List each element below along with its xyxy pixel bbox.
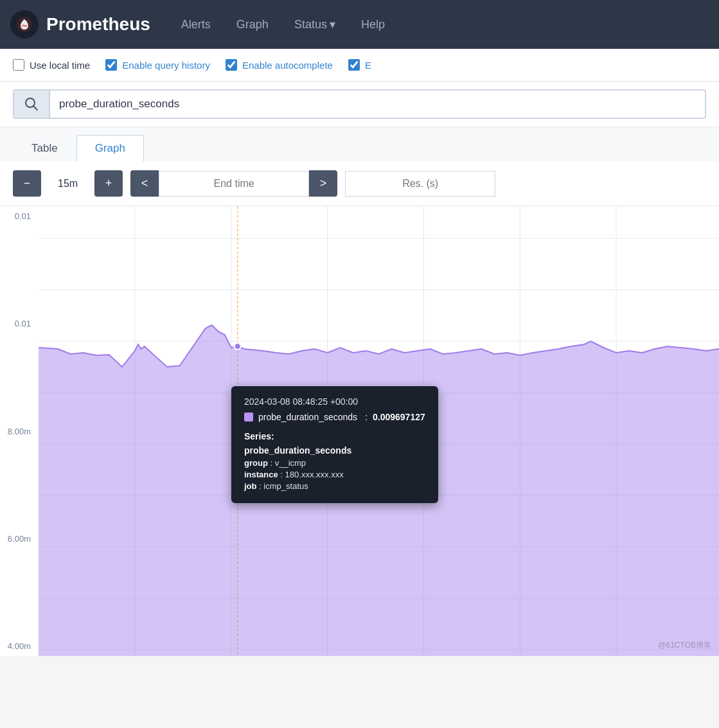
tooltip-group: group : v__icmp <box>244 458 425 468</box>
search-bar <box>0 82 719 127</box>
enable-query-history-label[interactable]: Enable query history <box>105 59 210 71</box>
resolution-input[interactable] <box>345 171 495 197</box>
enable-query-history-checkbox[interactable] <box>105 59 117 71</box>
enable-extra-checkbox[interactable] <box>348 59 360 71</box>
tooltip-metric-name: probe_duration_seconds <box>258 412 357 422</box>
brand-icon <box>10 10 39 39</box>
search-container <box>13 89 706 119</box>
enable-extra-label[interactable]: E <box>348 59 371 71</box>
navbar-nav: Alerts Graph Status ▾ Help <box>171 12 395 37</box>
svg-line-2 <box>34 107 38 111</box>
end-time-input[interactable] <box>159 171 309 197</box>
toolbar: − 15m + < > <box>0 161 719 206</box>
increase-duration-button[interactable]: + <box>94 170 123 197</box>
nav-alerts[interactable]: Alerts <box>171 13 221 37</box>
y-label-8m: 8.00m <box>3 427 36 436</box>
next-time-button[interactable]: > <box>309 170 337 197</box>
tooltip: 2024-03-08 08:48:25 +00:00 probe_duratio… <box>231 386 438 503</box>
y-label-3: 0.01 <box>3 319 36 328</box>
search-button[interactable] <box>14 91 50 118</box>
tabs-container: Table Graph <box>0 127 719 161</box>
y-label-top: 0.01 <box>3 211 36 221</box>
time-nav-group: < > <box>130 170 337 197</box>
nav-graph[interactable]: Graph <box>226 13 279 37</box>
decrease-duration-button[interactable]: − <box>13 170 41 197</box>
search-icon <box>24 97 39 111</box>
tab-table[interactable]: Table <box>13 135 76 161</box>
tooltip-value-row: probe_duration_seconds : 0.009697127 <box>244 412 425 422</box>
prev-time-button[interactable]: < <box>130 170 159 197</box>
chart-canvas[interactable]: 2024-03-08 08:48:25 +00:00 probe_duratio… <box>39 206 719 656</box>
navbar: Prometheus Alerts Graph Status ▾ Help <box>0 0 719 49</box>
brand-title: Prometheus <box>46 14 150 35</box>
graph-area: 0.01 0.01 8.00m 6.00m 4.00m <box>0 206 719 656</box>
tooltip-metric-value: 0.009697127 <box>373 412 425 422</box>
y-label-6m: 6.00m <box>3 534 36 544</box>
watermark: @61CTOB博客 <box>658 640 711 651</box>
use-local-time-checkbox[interactable] <box>13 59 24 71</box>
use-local-time-label[interactable]: Use local time <box>13 59 90 71</box>
nav-status[interactable]: Status ▾ <box>284 12 346 37</box>
nav-help[interactable]: Help <box>351 13 395 37</box>
duration-display: 15m <box>49 172 87 196</box>
tooltip-series-title: Series: <box>244 431 425 441</box>
tooltip-time: 2024-03-08 08:48:25 +00:00 <box>244 396 425 407</box>
enable-autocomplete-label[interactable]: Enable autocomplete <box>226 59 333 71</box>
tooltip-job: job : icmp_status <box>244 481 425 491</box>
y-label-4m: 4.00m <box>3 641 36 651</box>
y-axis: 0.01 0.01 8.00m 6.00m 4.00m <box>0 206 39 656</box>
brand: Prometheus <box>10 10 150 39</box>
chevron-down-icon: ▾ <box>330 17 335 31</box>
tooltip-color-indicator <box>244 413 253 422</box>
enable-autocomplete-checkbox[interactable] <box>226 59 237 71</box>
options-bar: Use local time Enable query history Enab… <box>0 49 719 82</box>
search-input[interactable] <box>50 91 705 117</box>
tooltip-instance: instance : 180.xxx.xxx.xxx <box>244 470 425 479</box>
tab-graph[interactable]: Graph <box>76 135 144 161</box>
crosshair-dot <box>235 343 241 350</box>
tooltip-series-name: probe_duration_seconds <box>244 445 425 456</box>
